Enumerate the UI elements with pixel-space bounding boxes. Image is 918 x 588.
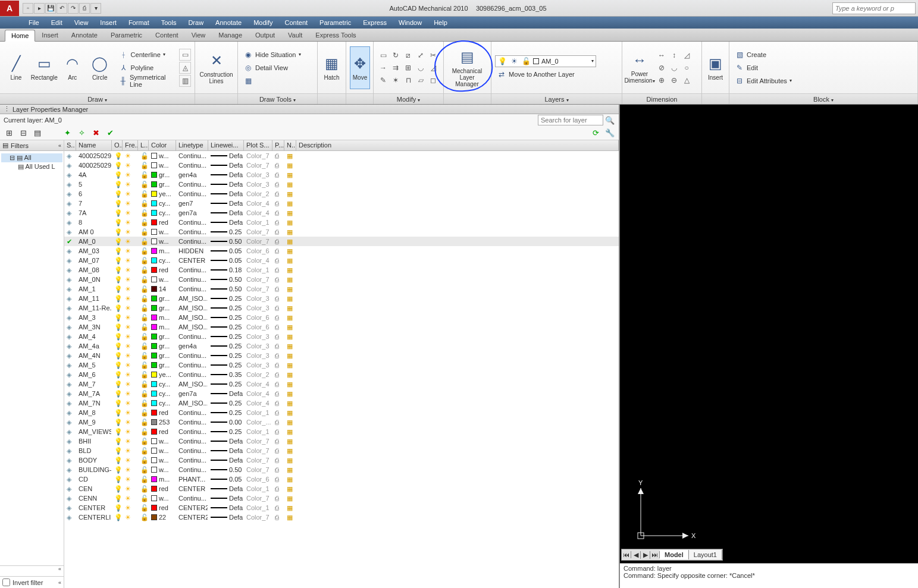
layer-row[interactable]: ◈CEN💡☀🔓redCENTERDefa...Color_1⎙▦ <box>64 484 619 493</box>
drawtools-extra-button[interactable]: ▦ <box>242 75 303 87</box>
symmetrical-line-button[interactable]: ╫Symmetrical Line <box>117 75 177 87</box>
layer-row[interactable]: ◈7A💡☀🔓cy...gen7aDefa...Color_4⎙▦ <box>64 208 619 218</box>
arc-button[interactable]: ◠Arc <box>60 46 85 89</box>
polyline-button[interactable]: ⅄Polyline <box>117 62 177 74</box>
layer-row[interactable]: ◈AM_9💡☀🔓253Continu...0.00 ...Color_...⎙▦ <box>64 417 619 427</box>
panel-title-block[interactable]: Block▾ <box>729 93 917 104</box>
layer-row[interactable]: ◈AM_1💡☀🔓14Continu...0.50 ...Color_7⎙▦ <box>64 284 619 294</box>
menu-view[interactable]: View <box>68 18 95 27</box>
panel-title-modify[interactable]: Modify▾ <box>374 93 443 104</box>
hide-situation-button[interactable]: ◉Hide Situation ▾ <box>242 49 303 61</box>
hatch-button[interactable]: ▦Hatch <box>321 46 342 89</box>
new-layer-icon[interactable]: ✦ <box>62 128 73 139</box>
line-button[interactable]: ╱Line <box>4 46 29 89</box>
menu-modify[interactable]: Modify <box>247 18 278 27</box>
col-plot[interactable]: P... <box>272 140 284 150</box>
modify-trim-icon[interactable]: ✂ <box>427 49 439 61</box>
dim3-icon[interactable]: ◿ <box>681 49 693 61</box>
filter-all[interactable]: ⊟ ▤ All <box>1 153 62 162</box>
modify-chamfer-icon[interactable]: ◿ <box>427 62 439 74</box>
lpm-tb3-icon[interactable]: ▤ <box>32 128 43 139</box>
layer-row[interactable]: ◈AM 0💡☀🔓w...Continu...0.25 ...Color_7⎙▦ <box>64 227 619 237</box>
drawing-area[interactable]: X Y ⏮ ◀ ▶ ⏭ Model Layout1 Command: layer… <box>620 105 918 588</box>
modify-rotate-icon[interactable]: ↻ <box>390 49 402 61</box>
insert-button[interactable]: ▣Insert <box>706 46 725 89</box>
lpm-tb1-icon[interactable]: ⊞ <box>4 128 14 139</box>
layout-tab-layout1[interactable]: Layout1 <box>689 550 722 559</box>
col-status[interactable]: S.. <box>64 140 76 150</box>
detail-view-button[interactable]: ◎Detail View <box>242 62 303 74</box>
col-newvp[interactable]: N.. <box>284 140 296 150</box>
refresh-icon[interactable]: ⟳ <box>590 128 601 139</box>
menu-edit[interactable]: Edit <box>45 18 68 27</box>
layer-row[interactable]: ◈400025029...💡☀🔓w...Continu...Defa...Col… <box>64 151 619 161</box>
layer-row[interactable]: ◈AM_4💡☀🔓gr...Continu...0.25 ...Color_3⎙▦ <box>64 332 619 341</box>
tab-manage[interactable]: Manage <box>212 29 249 41</box>
layout-prev-icon[interactable]: ◀ <box>631 551 641 559</box>
layout-tab-model[interactable]: Model <box>660 550 689 559</box>
filter-allused[interactable]: ▤ All Used L <box>1 162 62 171</box>
qat-redo-icon[interactable]: ↷ <box>68 3 79 14</box>
dim6-icon[interactable]: ○ <box>681 62 693 74</box>
modify-explode-icon[interactable]: ✶ <box>390 74 402 86</box>
layer-row[interactable]: ◈AM_03💡☀🔓m...HIDDEN0.05 ...Color_6⎙▦ <box>64 246 619 256</box>
dim1-icon[interactable]: ↔ <box>656 49 668 61</box>
layer-row[interactable]: ◈AM_3N💡☀🔓m...AM_ISO...0.25 ...Color_6⎙▦ <box>64 322 619 332</box>
col-lock[interactable]: L... <box>138 140 149 150</box>
qat-save-icon[interactable]: 💾 <box>45 3 56 14</box>
keyword-search-input[interactable] <box>832 2 916 14</box>
layer-row[interactable]: ◈CENTERLINE💡☀🔓22CENTER2Defa...Color_7⎙▦ <box>64 512 619 522</box>
construction-lines-button[interactable]: ✕ConstructionLines <box>199 46 234 89</box>
modify-join-icon[interactable]: ⊓ <box>402 74 414 86</box>
modify-break-icon[interactable]: ▱ <box>415 74 427 86</box>
tab-annotate[interactable]: Annotate <box>65 29 104 41</box>
layer-row[interactable]: ◈AM_7A💡☀🔓cy...gen7aDefa...Color_4⎙▦ <box>64 389 619 398</box>
draw-ext1-icon[interactable]: ▭ <box>179 49 191 61</box>
layer-row[interactable]: ◈AM_08💡☀🔓redContinu...0.18 ...Color_1⎙▦ <box>64 265 619 275</box>
col-on[interactable]: O.. <box>112 140 123 150</box>
dim4-icon[interactable]: ⊘ <box>656 62 668 74</box>
layer-combo[interactable]: 💡☀🔓AM_0▾ <box>495 55 596 67</box>
panel-title-draw[interactable]: Draw▾ <box>0 93 195 104</box>
menu-insert[interactable]: Insert <box>94 18 123 27</box>
block-create-button[interactable]: ▧Create <box>733 49 794 61</box>
dim2-icon[interactable]: ↕ <box>668 49 680 61</box>
layer-row[interactable]: ◈BODY💡☀🔓w...Continu...Defa...Color_7⎙▦ <box>64 455 619 465</box>
tab-home[interactable]: Home <box>5 30 35 42</box>
qat-open-icon[interactable]: ▸ <box>34 3 45 14</box>
layer-search-input[interactable] <box>538 115 603 125</box>
move-to-layer-button[interactable]: ⇄Move to Another Layer <box>495 68 618 80</box>
menu-annotate[interactable]: Annotate <box>209 18 247 27</box>
search-icon[interactable]: 🔍 <box>604 115 615 125</box>
qat-new-icon[interactable]: ▫ <box>23 3 33 14</box>
layer-row[interactable]: ◈AM_5💡☀🔓gr...Continu...0.25 ...Color_3⎙▦ <box>64 360 619 370</box>
layer-row[interactable]: ◈AM_4a💡☀🔓gr...gen4a0.25 ...Color_3⎙▦ <box>64 341 619 351</box>
dim8-icon[interactable]: ⊖ <box>668 74 680 86</box>
tab-vault[interactable]: Vault <box>281 29 309 41</box>
draw-ext3-icon[interactable]: ▥ <box>179 75 191 87</box>
set-current-icon[interactable]: ✔ <box>105 128 115 139</box>
layer-row[interactable]: ◈4A💡☀🔓gr...gen4aDefa...Color_3⎙▦ <box>64 170 619 180</box>
layer-row[interactable]: ◈AM_0N💡☀🔓w...Continu...0.50 ...Color_7⎙▦ <box>64 275 619 284</box>
modify-mirror-icon[interactable]: ⧄ <box>402 49 414 61</box>
invert-check[interactable] <box>2 578 10 586</box>
col-color[interactable]: Color <box>149 140 176 150</box>
layout-first-icon[interactable]: ⏮ <box>622 551 631 558</box>
modify-offset-icon[interactable]: ⇉ <box>390 62 402 74</box>
layout-last-icon[interactable]: ⏭ <box>650 551 660 558</box>
layer-row[interactable]: ◈AM_11-Re...💡☀🔓gr...AM_ISO...0.25 ...Col… <box>64 303 619 313</box>
block-edit-button[interactable]: ✎Edit <box>733 62 794 74</box>
layer-row[interactable]: ◈CENN💡☀🔓w...Continu...Defa...Color_7⎙▦ <box>64 493 619 503</box>
settings-icon[interactable]: 🔧 <box>604 128 615 139</box>
menu-file[interactable]: File <box>23 18 45 27</box>
delete-layer-icon[interactable]: ✖ <box>90 128 101 139</box>
invert-filter-checkbox[interactable]: Invert filter« <box>0 576 64 588</box>
menu-draw[interactable]: Draw <box>182 18 209 27</box>
panel-title-drawtools[interactable]: Draw Tools▾ <box>238 93 317 104</box>
menu-tools[interactable]: Tools <box>155 18 183 27</box>
layer-row[interactable]: ◈AM_7💡☀🔓cy...AM_ISO...0.25 ...Color_4⎙▦ <box>64 379 619 389</box>
mechanical-layer-manager-button[interactable]: ▤MechanicalLayer Manager <box>447 46 487 89</box>
centerline-button[interactable]: ⟊Centerline ▾ <box>117 49 177 61</box>
modify-array-icon[interactable]: ⊞ <box>402 62 414 74</box>
layer-row[interactable]: ◈AM_VIEWS💡☀🔓redContinu...0.25 ...Color_1… <box>64 427 619 436</box>
